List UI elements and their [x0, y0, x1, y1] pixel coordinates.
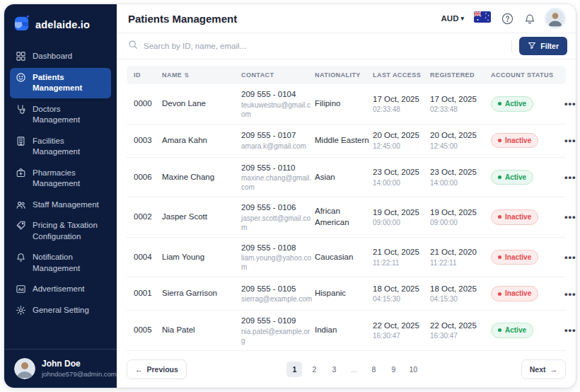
- sidebar-item-staff-management[interactable]: Staff Management: [10, 195, 111, 215]
- row-actions-menu-icon[interactable]: •••: [564, 289, 576, 299]
- cell-contact: 209 555 - 0105sierrag@example.com: [241, 284, 313, 304]
- page-number-list: 123...8910: [187, 362, 521, 377]
- sort-icon[interactable]: ⇅: [184, 72, 189, 79]
- status-badge: Active: [491, 96, 533, 112]
- sidebar-item-advertisement[interactable]: AdAdvertisement: [10, 279, 111, 299]
- currency-dropdown[interactable]: AUD ▾: [441, 14, 464, 23]
- row-actions-menu-icon[interactable]: •••: [564, 98, 576, 109]
- column-header-nationality: NATIONALITY: [315, 71, 371, 79]
- cell-account-status: Active: [491, 323, 563, 338]
- cell-name: Sierra Garrison: [162, 288, 240, 299]
- notifications-bell-icon[interactable]: [523, 12, 536, 25]
- app-window: adelaide.io DashboardPatients Management…: [4, 4, 576, 388]
- cell-registered: 20 Oct, 202512:45:00: [430, 130, 489, 151]
- cell-name: Amara Kahn: [162, 135, 240, 146]
- cell-nationality: African American: [315, 206, 371, 228]
- status-badge: Inactive: [491, 133, 538, 149]
- cell-nationality: Asian: [315, 172, 371, 183]
- status-badge: Active: [491, 170, 533, 185]
- column-header-id: ID: [134, 71, 161, 79]
- patients-icon: [16, 72, 26, 83]
- row-actions-menu-icon[interactable]: •••: [564, 252, 576, 263]
- pricing-icon: [16, 220, 26, 231]
- profile-avatar[interactable]: [546, 9, 564, 28]
- sidebar: adelaide.io DashboardPatients Management…: [4, 4, 117, 388]
- cell-registered: 22 Oct, 202516:30:47: [430, 321, 489, 341]
- arrow-left-icon: ←: [135, 365, 143, 374]
- cell-registered: 17 Oct, 202502:33:48: [430, 94, 489, 115]
- next-label: Next: [530, 365, 546, 374]
- cell-last-access: 20 Oct, 202512:45:00: [373, 130, 429, 151]
- previous-page-button[interactable]: ← Previous: [127, 359, 187, 379]
- sidebar-item-label: Dashboard: [33, 51, 72, 62]
- column-header-label: ACCOUNT STATUS: [491, 71, 553, 79]
- cell-last-access: 22 Oct, 202516:30:47: [373, 321, 429, 341]
- sidebar-item-patients-management[interactable]: Patients Management: [10, 68, 111, 98]
- cell-nationality: Caucasian: [315, 252, 371, 263]
- table-row: 0004Liam Young209 555 - 0108liam.young@y…: [127, 238, 566, 278]
- filter-button[interactable]: Filter: [519, 37, 567, 55]
- page-number-3[interactable]: 3: [326, 362, 342, 377]
- filter-funnel-icon: [528, 41, 536, 51]
- cell-last-access: 18 Oct, 202504:15:30: [373, 284, 429, 304]
- status-dot-icon: [498, 328, 501, 332]
- column-header-label: NATIONALITY: [315, 71, 361, 79]
- sidebar-item-doctors-management[interactable]: Doctors Management: [10, 100, 111, 130]
- cell-account-status: Active: [491, 170, 563, 185]
- cell-id: 0000: [134, 98, 161, 110]
- cell-last-access: 17 Oct, 202502:33:48: [373, 94, 429, 115]
- cell-name: Nia Patel: [162, 325, 240, 336]
- column-header-label: LAST ACCESS: [373, 71, 421, 79]
- cell-account-status: Inactive: [491, 133, 563, 149]
- row-actions-menu-icon[interactable]: •••: [564, 212, 576, 222]
- user-email: johndoe579@admin.com: [42, 370, 117, 379]
- column-header-label: CONTACT: [241, 71, 274, 79]
- cell-contact: 209 555 - 0104teukuwestnu@gmail.com: [241, 89, 313, 119]
- page-number-9[interactable]: 9: [385, 362, 401, 377]
- arrow-right-icon: →: [550, 365, 558, 374]
- column-header-name: NAME⇅: [162, 71, 240, 79]
- cell-contact: 209 555 - 0106jasper.scott@gmail.com: [241, 202, 313, 232]
- sidebar-item-pricing-taxation-configuration[interactable]: Pricing & Taxation Configuration: [10, 216, 111, 246]
- column-header-account-status: ACCOUNT STATUS: [491, 71, 563, 79]
- topbar: Patients Management AUD ▾: [117, 4, 576, 33]
- table-row: 0006Maxine Chang209 555 - 0110maxine.cha…: [127, 158, 566, 198]
- settings-icon: [16, 305, 26, 316]
- cell-contact: 209 555 - 0109nia.patel@example.org: [241, 316, 313, 345]
- help-icon[interactable]: [501, 12, 514, 25]
- status-badge: Inactive: [491, 286, 538, 301]
- notification-icon: [16, 252, 26, 263]
- sidebar-item-general-setting[interactable]: General Setting: [10, 301, 111, 321]
- page-number-1[interactable]: 1: [286, 362, 302, 377]
- sidebar-item-pharmacies-management[interactable]: Pharmacies Management: [10, 163, 111, 194]
- status-label: Inactive: [505, 253, 531, 263]
- cell-registered: 21 Oct, 202011:22:11: [430, 247, 489, 267]
- cell-name: Devon Lane: [162, 98, 240, 110]
- filter-button-label: Filter: [540, 42, 559, 50]
- cell-nationality: Hispanic: [315, 288, 371, 299]
- sidebar-item-dashboard[interactable]: Dashboard: [10, 47, 111, 67]
- sidebar-item-facilities-management[interactable]: Facilities Management: [10, 132, 111, 162]
- table-row: 0000Devon Lane209 555 - 0104teukuwestnu@…: [127, 84, 566, 125]
- page-number-10[interactable]: 10: [405, 362, 421, 377]
- user-avatar[interactable]: [14, 358, 35, 379]
- sidebar-item-label: Doctors Management: [33, 104, 105, 126]
- sidebar-item-label: Pricing & Taxation Configuration: [33, 220, 105, 242]
- cell-contact: 209 555 - 0110maxine.chang@gmail.com: [241, 163, 313, 192]
- sidebar-item-label: Notification Management: [33, 252, 105, 274]
- column-header-label: ID: [134, 71, 141, 79]
- next-page-button[interactable]: Next →: [521, 359, 566, 379]
- page-number-8[interactable]: 8: [366, 362, 381, 377]
- row-actions-menu-icon[interactable]: •••: [564, 135, 576, 146]
- row-actions-menu-icon[interactable]: •••: [564, 172, 576, 183]
- australia-flag-icon[interactable]: [474, 11, 491, 25]
- sidebar-item-label: General Setting: [33, 305, 89, 316]
- search-input[interactable]: [144, 42, 504, 50]
- cell-last-access: 23 Oct, 202514:00:00: [373, 167, 429, 188]
- page-number-2[interactable]: 2: [306, 362, 322, 377]
- advertisement-icon: Ad: [16, 284, 26, 294]
- sidebar-item-notification-management[interactable]: Notification Management: [10, 248, 111, 278]
- status-badge: Active: [491, 323, 533, 338]
- row-actions-menu-icon[interactable]: •••: [564, 325, 576, 335]
- cell-registered: 23 Oct, 202514:00:00: [430, 167, 489, 188]
